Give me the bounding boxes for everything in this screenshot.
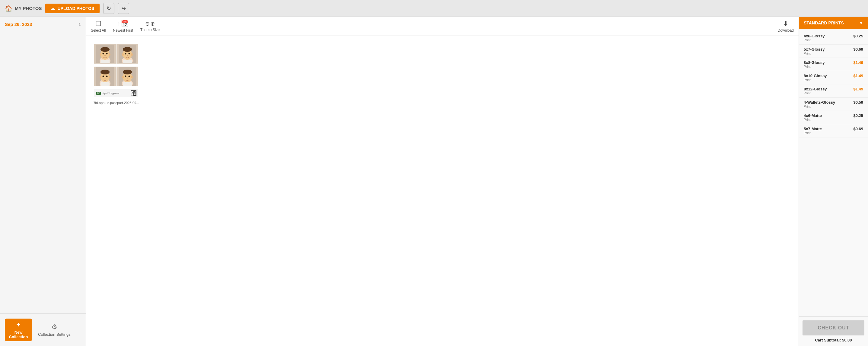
select-all-label: Select All	[91, 28, 105, 33]
qr-code	[131, 91, 136, 96]
app-logo: 🏠 MY PHOTOS	[5, 5, 42, 12]
print-type: Print	[804, 65, 825, 68]
minus-icon: ⊖	[145, 21, 150, 27]
plus-icon: +	[17, 321, 21, 329]
print-name: 4x6-Matte	[804, 113, 822, 118]
select-all-button[interactable]: ☐ Select All	[91, 20, 105, 33]
right-panel: STANDARD PRINTS ▼ 4x6-Glossy Print $0.25…	[799, 17, 868, 346]
photo-count: 1	[79, 22, 81, 27]
new-collection-button[interactable]: + New Collection	[5, 319, 32, 341]
checkout-button[interactable]: CHECK OUT	[803, 320, 864, 336]
plus-circle-icon: ⊕	[150, 21, 155, 27]
print-info: 8x10-Glossy Print	[804, 73, 827, 82]
svg-point-26	[106, 75, 108, 77]
gear-icon: ⚙	[51, 323, 57, 331]
print-name: 5x7-Glossy	[804, 47, 825, 51]
share-button[interactable]: ↪	[118, 3, 129, 14]
svg-point-14	[123, 47, 132, 52]
print-item[interactable]: 4-Wallets-Glossy Print $0.59	[799, 98, 868, 111]
print-info: 5x7-Matte Print	[804, 127, 822, 135]
print-item[interactable]: 5x7-Glossy Print $0.69	[799, 45, 868, 58]
svg-point-15	[125, 53, 126, 54]
svg-point-8	[100, 53, 101, 56]
print-item[interactable]: 5x7-Matte Print $0.69	[799, 124, 868, 137]
svg-point-35	[125, 75, 126, 77]
svg-point-25	[103, 75, 104, 77]
collection-settings-label: Collection Settings	[38, 332, 71, 337]
header: 🏠 MY PHOTOS ☁ UPLOAD PHOTOS ↻ ↪	[0, 0, 868, 17]
thumb-size-button[interactable]: ⊖ ⊕ Thumb Size	[140, 21, 160, 32]
passport-grid	[94, 44, 138, 89]
print-name: 5x7-Matte	[804, 127, 822, 131]
svg-point-36	[129, 75, 130, 77]
print-type: Print	[804, 78, 827, 82]
svg-point-37	[127, 77, 128, 78]
svg-point-27	[104, 77, 105, 78]
svg-point-24	[100, 70, 110, 74]
sidebar-bottom: + New Collection ⚙ Collection Settings	[0, 313, 86, 346]
standard-prints-button[interactable]: STANDARD PRINTS ▼	[799, 17, 868, 29]
main-layout: Sep 26, 2023 1 + New Collection ⚙ Collec…	[0, 17, 868, 346]
app-title: MY PHOTOS	[15, 6, 42, 11]
svg-point-19	[131, 53, 133, 56]
print-price: $0.69	[853, 47, 863, 51]
print-price: $0.25	[853, 113, 863, 118]
svg-point-6	[106, 53, 108, 54]
print-name: 8x10-Glossy	[804, 73, 827, 78]
print-item[interactable]: 4x6-Glossy Print $0.25	[799, 31, 868, 45]
sort-icon: ↑📅	[117, 20, 129, 28]
date-row: Sep 26, 2023 1	[0, 17, 86, 32]
photo-card[interactable]: 7ID https://7idapp.com	[92, 42, 140, 105]
photo-label: 7id-app-us-passport-2023-09...	[93, 101, 139, 105]
passport-cell-tl	[94, 44, 116, 64]
svg-rect-2	[100, 60, 110, 63]
print-type: Print	[804, 38, 825, 42]
refresh-button[interactable]: ↻	[103, 3, 114, 14]
print-type: Print	[804, 51, 825, 55]
print-name: 4x6-Glossy	[804, 34, 825, 38]
print-item[interactable]: 4x6-Matte Print $0.25	[799, 111, 868, 124]
download-button[interactable]: ⬇ Download	[778, 20, 794, 33]
website-url: https://7idapp.com	[102, 92, 119, 94]
print-price: $0.59	[853, 100, 863, 105]
content-area: ☐ Select All ↑📅 Newest First ⊖ ⊕ Thumb S…	[86, 17, 799, 346]
svg-point-18	[122, 53, 124, 56]
brand-logo: 7ID	[96, 92, 101, 95]
print-info: 5x7-Glossy Print	[804, 47, 825, 55]
upload-icon: ☁	[51, 6, 55, 11]
print-item[interactable]: 8x12-Glossy Print $1.49	[799, 84, 868, 98]
upload-photos-button[interactable]: ☁ UPLOAD PHOTOS	[45, 4, 100, 13]
collection-settings-button[interactable]: ⚙ Collection Settings	[38, 323, 71, 337]
print-name: 8x8-Glossy	[804, 60, 825, 65]
svg-point-9	[108, 53, 111, 56]
print-type: Print	[804, 91, 827, 95]
svg-point-38	[122, 76, 124, 78]
svg-rect-42	[132, 91, 133, 92]
passport-cell-bl	[94, 67, 116, 86]
print-item[interactable]: 8x8-Glossy Print $1.49	[799, 58, 868, 71]
print-name: 8x12-Glossy	[804, 87, 827, 91]
newest-first-button[interactable]: ↑📅 Newest First	[113, 20, 133, 33]
toolbar: ☐ Select All ↑📅 Newest First ⊖ ⊕ Thumb S…	[86, 17, 799, 36]
print-info: 4x6-Matte Print	[804, 113, 822, 122]
svg-rect-51	[134, 94, 134, 95]
print-item[interactable]: 8x10-Glossy Print $1.49	[799, 71, 868, 84]
print-info: 8x8-Glossy Print	[804, 60, 825, 68]
print-info: 4-Wallets-Glossy Print	[804, 100, 835, 108]
svg-point-28	[100, 76, 101, 78]
print-price: $1.49	[853, 87, 863, 91]
share-icon: ↪	[121, 5, 126, 11]
date-label: Sep 26, 2023	[5, 22, 32, 27]
cart-subtotal: Cart Subtotal: $0.00	[803, 338, 864, 342]
print-type: Print	[804, 105, 835, 108]
newest-first-label: Newest First	[113, 28, 133, 33]
print-price: $1.49	[853, 60, 863, 65]
print-type: Print	[804, 131, 822, 135]
svg-rect-32	[123, 82, 132, 86]
svg-rect-50	[135, 94, 135, 94]
thumb-size-label: Thumb Size	[140, 28, 160, 32]
print-type: Print	[804, 118, 822, 122]
print-name: 4-Wallets-Glossy	[804, 100, 835, 105]
svg-point-16	[129, 53, 130, 54]
svg-point-17	[127, 55, 128, 56]
